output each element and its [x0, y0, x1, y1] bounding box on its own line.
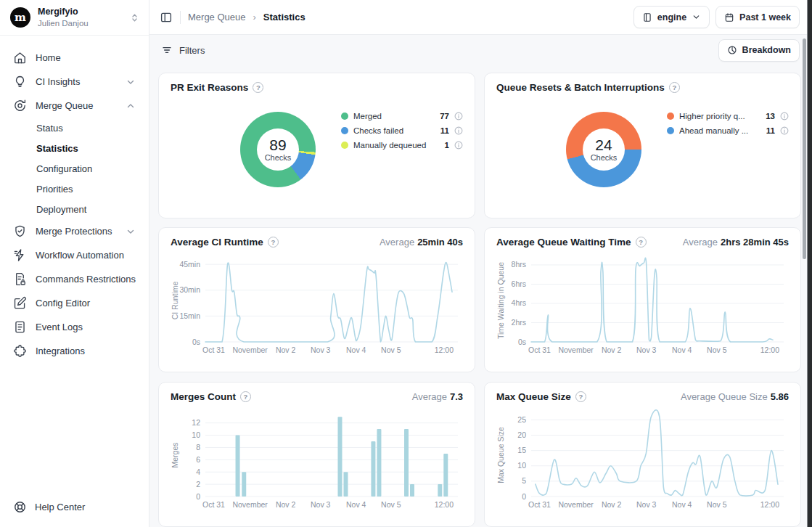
main-area: Merge Queue › Statistics engine Past 1 w…: [149, 0, 807, 527]
line-chart-ci-runtime[interactable]: 0s15min30min45minOct 31NovemberNov 2Nov …: [171, 252, 463, 361]
vertical-scrollbar[interactable]: [803, 38, 806, 259]
help-icon[interactable]: ?: [240, 391, 251, 402]
x-tick-label: Nov 3: [311, 500, 331, 509]
card-title: PR Exit Reasons: [171, 82, 248, 93]
sidebar-item-label: Priorities: [36, 184, 136, 195]
help-icon[interactable]: ?: [253, 82, 263, 93]
card-title: Queue Resets & Batch Interruptions: [496, 82, 665, 93]
sidebar-item-merge-protections[interactable]: Merge Protections: [7, 219, 142, 243]
sidebar-item-merge-queue[interactable]: Merge Queue: [7, 94, 142, 118]
sidebar-nav: HomeCI InsightsMerge QueueStatusStatisti…: [0, 36, 149, 363]
sidebar-item-label: Merge Protections: [36, 226, 117, 237]
y-tick-label: 8hrs: [512, 260, 526, 269]
y-axis-title: Max Queue Size: [496, 427, 505, 483]
help-icon[interactable]: ?: [575, 391, 586, 402]
sidebar-item-label: Event Logs: [36, 322, 136, 332]
line-chart-max-queue-size[interactable]: 0510152025Oct 31NovemberNov 2Nov 3Nov 4N…: [496, 407, 789, 515]
average-label: Average: [683, 237, 718, 248]
donut-caption: Checks: [265, 153, 292, 162]
sidebar-item-configuration[interactable]: Configuration: [7, 158, 142, 179]
legend-item-manually-dequeued[interactable]: Manually dequeued1: [341, 138, 463, 152]
x-tick-label: 12:00: [435, 500, 454, 509]
sidebar-item-help-center[interactable]: Help Center: [13, 500, 85, 514]
donut-chart-queue-resets[interactable]: 24 Checks: [566, 112, 641, 187]
doc-lock-icon: [13, 272, 27, 286]
legend-item-higher-priority-q-[interactable]: Higher priority q...13: [667, 109, 789, 123]
filters-button[interactable]: Filters: [161, 44, 718, 56]
sidebar-item-label: Config Editor: [36, 298, 136, 309]
sidebar-item-status[interactable]: Status: [7, 118, 142, 138]
user-name: Julien Danjou: [38, 18, 122, 28]
x-tick-label: Nov 2: [276, 346, 296, 354]
info-icon[interactable]: [780, 112, 789, 120]
breadcrumb-parent[interactable]: Merge Queue: [188, 12, 246, 23]
x-tick-label: Nov 3: [636, 500, 657, 509]
chevron-down-icon: [692, 12, 701, 22]
help-icon[interactable]: ?: [636, 237, 647, 248]
card-pr-exit-reasons: PR Exit Reasons ? 89 Checks Merged77Chec…: [158, 73, 475, 218]
repo-select-button[interactable]: engine: [633, 6, 710, 28]
card-title: Average CI Runtime: [171, 237, 263, 248]
card-title: Average Queue Waiting Time: [496, 237, 631, 248]
info-icon[interactable]: [454, 126, 463, 135]
sidebar-item-ci-insights[interactable]: CI Insights: [7, 70, 142, 94]
info-icon[interactable]: [454, 141, 463, 150]
toolbar: Filters Breakdown: [149, 35, 807, 65]
average-value: 2hrs 28min 45s: [721, 237, 789, 248]
x-tick-label: 12:00: [435, 346, 454, 354]
sidebar-item-statistics[interactable]: Statistics: [7, 138, 142, 158]
donut-total: 89: [269, 137, 286, 153]
sidebar-item-workflow-automation[interactable]: Workflow Automation: [7, 243, 142, 267]
dashboard-grid: PR Exit Reasons ? 89 Checks Merged77Chec…: [149, 65, 807, 527]
account-switcher[interactable]: m Mergifyio Julien Danjou: [0, 0, 149, 36]
y-tick-label: 6: [196, 455, 200, 464]
sidebar-toggle-icon[interactable]: [160, 11, 173, 24]
sidebar-item-label: Deployment: [36, 204, 136, 215]
sidebar-item-priorities[interactable]: Priorities: [7, 179, 142, 199]
merge-queue-icon: [13, 99, 27, 113]
legend-dot: [667, 127, 674, 134]
sidebar-item-integrations[interactable]: Integrations: [7, 339, 142, 363]
average-label: Average: [412, 391, 447, 402]
account-selector-icon[interactable]: [129, 12, 140, 23]
sidebar-item-deployment[interactable]: Deployment: [7, 199, 142, 219]
y-tick-label: 10: [517, 461, 526, 470]
y-tick-label: 0s: [518, 338, 526, 346]
help-icon[interactable]: ?: [268, 237, 279, 248]
date-range-button[interactable]: Past 1 week: [715, 6, 800, 28]
y-tick-label: 0: [522, 492, 526, 501]
legend-dot: [341, 142, 348, 149]
info-icon[interactable]: [454, 112, 463, 120]
info-icon[interactable]: [780, 126, 789, 135]
x-tick-label: Nov 2: [602, 346, 622, 354]
chart-legend: Higher priority q...13Ahead manually ...…: [667, 109, 789, 187]
breadcrumb-separator: ›: [253, 12, 256, 23]
sidebar-item-config-editor[interactable]: Config Editor: [7, 291, 142, 315]
average-value: 25min 40s: [417, 237, 463, 248]
legend-value: 1: [445, 141, 449, 150]
bar-chart-merges-count[interactable]: 024681012Oct 31NovemberNov 2Nov 3Nov 4No…: [171, 407, 463, 515]
card-average-queue-waiting-time: Average Queue Waiting Time ? Average2hrs…: [484, 227, 801, 372]
legend-item-ahead-manually-[interactable]: Ahead manually ...11: [667, 123, 789, 138]
sidebar-item-event-logs[interactable]: Event Logs: [7, 315, 142, 339]
home-icon: [13, 51, 27, 65]
x-tick-label: Nov 3: [636, 346, 657, 354]
x-tick-label: Nov 4: [672, 346, 692, 354]
donut-caption: Checks: [591, 153, 618, 162]
sidebar-item-label: Status: [36, 123, 136, 134]
legend-label: Merged: [353, 112, 435, 120]
sidebar-item-home[interactable]: Home: [7, 46, 142, 70]
legend-item-merged[interactable]: Merged77: [341, 109, 463, 123]
calendar-icon: [724, 12, 734, 23]
legend-label: Checks failed: [353, 126, 435, 135]
breakdown-button[interactable]: Breakdown: [718, 39, 800, 62]
line-chart-queue-waiting[interactable]: 0s2hrs4hrs6hrs8hrsOct 31NovemberNov 2Nov…: [496, 252, 789, 361]
help-icon[interactable]: ?: [669, 82, 680, 93]
y-tick-label: 30min: [179, 285, 200, 294]
legend-item-checks-failed[interactable]: Checks failed11: [341, 123, 463, 138]
x-tick-label: November: [232, 500, 268, 509]
card-title: Merges Count: [171, 391, 236, 402]
chevron-down-icon: [126, 77, 136, 87]
donut-chart-pr-exit[interactable]: 89 Checks: [240, 112, 316, 187]
sidebar-item-commands-restrictions[interactable]: Commands Restrictions: [7, 267, 142, 291]
